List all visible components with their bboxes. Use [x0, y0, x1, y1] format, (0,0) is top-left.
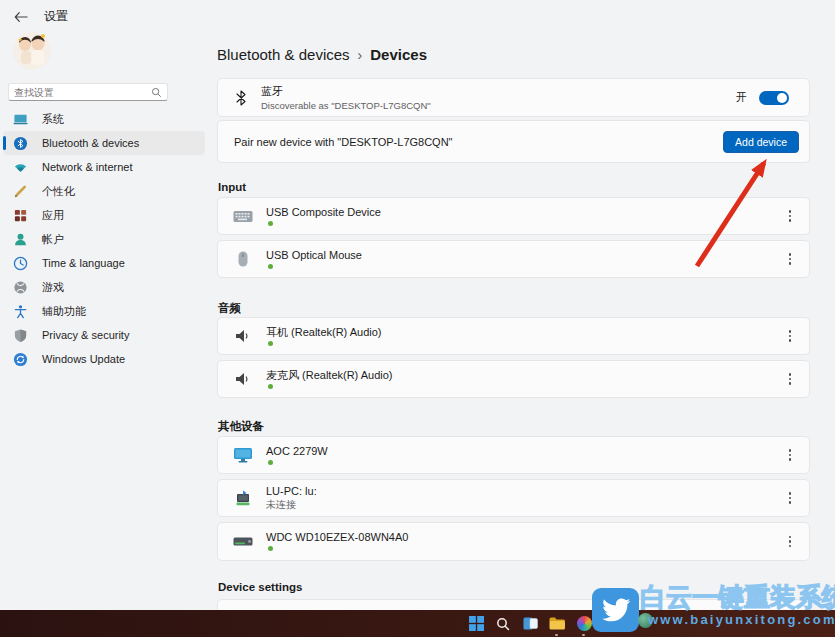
sidebar-item-system[interactable]: 系统	[3, 107, 205, 131]
toggle-knob	[777, 93, 787, 103]
breadcrumb-parent[interactable]: Bluetooth & devices	[217, 46, 350, 63]
bluetooth-toggle[interactable]	[759, 91, 789, 105]
color-app-icon[interactable]	[576, 616, 592, 632]
running-indicator	[555, 634, 558, 636]
watermark-url: www.baiyunxitong.com	[648, 612, 835, 627]
sidebar-item-label: 帐户	[42, 232, 64, 247]
sidebar-item-windows-update[interactable]: Windows Update	[3, 347, 205, 371]
sidebar-item-network-internet[interactable]: Network & internet	[3, 155, 205, 179]
bluetooth-icon	[13, 136, 28, 151]
sidebar-item-label: 应用	[42, 208, 64, 223]
sidebar-item-label: 游戏	[42, 280, 64, 295]
taskbar-search-icon[interactable]	[495, 616, 511, 632]
device-row[interactable]: LU-PC: lu: 未连接	[217, 479, 810, 517]
device-row[interactable]: AOC 2279W	[217, 436, 810, 474]
more-options-icon[interactable]	[781, 326, 799, 346]
bluetooth-card: 蓝牙 Discoverable as "DESKTOP-L7G8CQN" 开	[217, 78, 810, 117]
chevron-right-icon: ›	[358, 47, 363, 63]
add-device-button[interactable]: Add device	[723, 131, 799, 153]
device-name: USB Composite Device	[266, 207, 381, 218]
section-title-input: Input	[218, 181, 246, 193]
status-connected-dot	[268, 546, 273, 551]
twitter-logo	[592, 588, 639, 632]
sidebar-item-label: Windows Update	[42, 353, 125, 365]
app-title: 设置	[44, 8, 68, 25]
device-row[interactable]: 耳机 (Realtek(R) Audio)	[217, 317, 810, 355]
device-name: USB Optical Mouse	[266, 250, 362, 261]
device-name: WDC WD10EZEX-08WN4A0	[266, 532, 408, 543]
device-row[interactable]: WDC WD10EZEX-08WN4A0	[217, 522, 810, 561]
sidebar-item-label: 辅助功能	[42, 304, 86, 319]
network-pc-icon	[232, 489, 254, 507]
sidebar-item-apps[interactable]: 应用	[3, 203, 205, 227]
privacy-icon	[13, 328, 28, 343]
device-name: AOC 2279W	[266, 446, 328, 457]
avatar[interactable]	[12, 30, 52, 72]
back-icon[interactable]	[14, 11, 28, 23]
section-title-device-settings: Device settings	[218, 581, 302, 593]
device-row[interactable]: USB Composite Device	[217, 197, 810, 235]
status-connected-dot	[268, 384, 273, 389]
bluetooth-icon	[234, 90, 248, 106]
breadcrumb: Bluetooth & devices › Devices	[217, 46, 427, 63]
toggle-state-label: 开	[736, 90, 747, 105]
search-box[interactable]	[8, 83, 168, 101]
more-options-icon[interactable]	[781, 445, 799, 465]
more-options-icon[interactable]	[781, 532, 799, 552]
titlebar: 设置	[14, 8, 68, 25]
device-status: 未连接	[266, 500, 317, 510]
monitor-icon	[232, 446, 254, 464]
sidebar-item-bluetooth-devices[interactable]: Bluetooth & devices	[3, 131, 205, 155]
time-language-icon	[13, 256, 28, 271]
sidebar-item-privacy-security[interactable]: Privacy & security	[3, 323, 205, 347]
start-button-icon[interactable]	[468, 616, 484, 632]
sidebar-item-accounts[interactable]: 帐户	[3, 227, 205, 251]
device-name: 麦克风 (Realtek(R) Audio)	[266, 370, 393, 381]
more-options-icon[interactable]	[781, 369, 799, 389]
device-row[interactable]: USB Optical Mouse	[217, 240, 810, 278]
accounts-icon	[13, 232, 28, 247]
more-options-icon[interactable]	[781, 249, 799, 269]
mouse-icon	[232, 250, 254, 268]
search-input[interactable]	[14, 87, 151, 98]
windows-update-icon	[13, 352, 28, 367]
sidebar-item-label: Time & language	[42, 257, 125, 269]
more-options-icon[interactable]	[781, 206, 799, 226]
status-connected-dot	[268, 264, 273, 269]
sidebar-nav: 系统 Bluetooth & devices Network & interne…	[3, 107, 205, 371]
sidebar-item-label: Privacy & security	[42, 329, 129, 341]
task-view-icon[interactable]	[522, 616, 538, 632]
sidebar-item-accessibility[interactable]: 辅助功能	[3, 299, 205, 323]
file-explorer-icon[interactable]	[549, 616, 565, 632]
selection-indicator	[3, 136, 6, 150]
apps-icon	[13, 208, 28, 223]
search-icon	[151, 87, 162, 98]
device-name: LU-PC: lu:	[266, 486, 317, 497]
status-connected-dot	[268, 460, 273, 465]
section-title-audio: 音频	[218, 301, 241, 316]
gaming-icon	[13, 280, 28, 295]
watermark-title: 白云一键重装系统	[640, 580, 835, 615]
section-title-other-devices: 其他设备	[218, 419, 264, 434]
more-options-icon[interactable]	[781, 488, 799, 508]
sidebar-item-personalization[interactable]: 个性化	[3, 179, 205, 203]
bluetooth-subtitle: Discoverable as "DESKTOP-L7G8CQN"	[261, 100, 431, 111]
sidebar-item-gaming[interactable]: 游戏	[3, 275, 205, 299]
keyboard-icon	[232, 207, 254, 225]
sidebar-item-label: Network & internet	[42, 161, 132, 173]
personalization-icon	[13, 184, 28, 199]
bluetooth-title: 蓝牙	[261, 84, 431, 99]
speaker-icon	[232, 370, 254, 388]
system-icon	[13, 112, 28, 127]
sidebar-item-label: 个性化	[42, 184, 75, 199]
pair-device-text: Pair new device with "DESKTOP-L7G8CQN"	[234, 136, 453, 148]
device-name: 耳机 (Realtek(R) Audio)	[266, 327, 382, 338]
network-icon	[13, 160, 28, 175]
sidebar-item-label: Bluetooth & devices	[42, 137, 139, 149]
status-connected-dot	[268, 221, 273, 226]
device-row[interactable]: 麦克风 (Realtek(R) Audio)	[217, 360, 810, 398]
sidebar-item-time-language[interactable]: Time & language	[3, 251, 205, 275]
running-indicator	[582, 634, 585, 636]
sidebar-item-label: 系统	[42, 112, 64, 127]
status-connected-dot	[268, 341, 273, 346]
